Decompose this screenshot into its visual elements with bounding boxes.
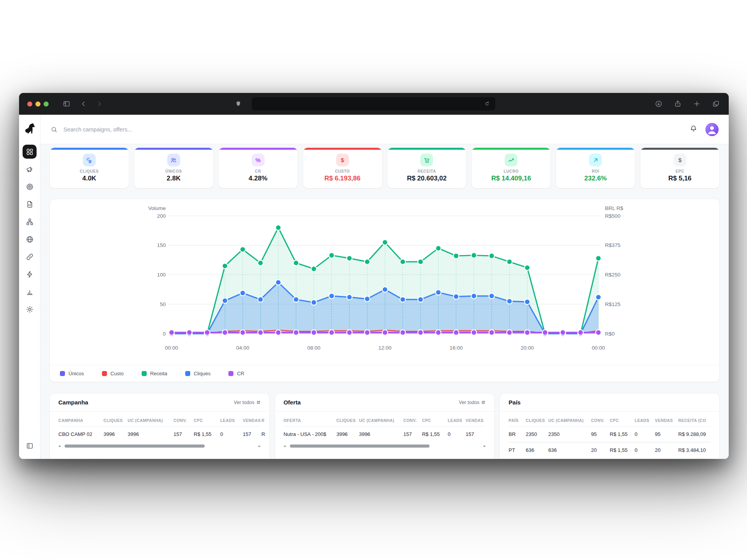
table-cell: R$ 1,55 <box>422 427 448 442</box>
sidebar-item-settings[interactable] <box>23 302 37 316</box>
sidebar-item-pages[interactable] <box>23 197 37 211</box>
table-cell: 636 <box>548 443 591 458</box>
downloads-icon[interactable] <box>654 100 663 108</box>
sidebar-item-dashboard[interactable] <box>23 145 37 159</box>
kpi-label: ÚNICOS <box>134 169 213 173</box>
svg-text:Volume: Volume <box>148 205 166 211</box>
horizontal-scrollbar[interactable]: ◂▸ <box>58 443 261 449</box>
sitemap-icon <box>26 218 34 226</box>
table-card-pas: PaísPAÍSCLIQUESUC (CAMPANHA)CONV.CPCLEAD… <box>500 394 719 459</box>
horizontal-scrollbar[interactable]: ◂▸ <box>284 443 486 449</box>
browser-sidebar-toggle-icon[interactable] <box>62 100 71 108</box>
table-cell: 20 <box>655 443 678 458</box>
svg-text:08:00: 08:00 <box>307 345 321 351</box>
table-cell: 157 <box>243 427 261 442</box>
minimize-window-button[interactable] <box>35 102 40 107</box>
shield-icon[interactable] <box>234 100 242 108</box>
kpi-card-epc: $EPCR$ 5,16 <box>640 148 719 188</box>
dollar-icon: $ <box>336 154 349 166</box>
table-cell: Nutra - USA - 200$ <box>284 427 337 442</box>
legend-item-nicos[interactable]: Únicos <box>60 371 84 376</box>
kpi-card-roi: ROI232.6% <box>556 148 635 188</box>
kpi-accent-bar <box>134 148 213 150</box>
sidebar-item-reports[interactable] <box>23 285 37 299</box>
file-code-icon <box>26 200 34 208</box>
kpi-accent-bar <box>303 148 382 150</box>
user-avatar[interactable] <box>705 123 719 136</box>
column-header: CONV. <box>591 413 610 426</box>
megaphone-icon <box>26 165 34 173</box>
legend-item-cr[interactable]: CR <box>228 371 244 376</box>
sidebar-collapse-icon[interactable] <box>23 439 37 453</box>
kpi-label: EPC <box>640 169 719 173</box>
table-cell: R$ 3.484,10 <box>678 443 719 458</box>
search-input[interactable] <box>63 126 226 133</box>
kpi-label: CLIQUES <box>50 169 129 173</box>
close-window-button[interactable] <box>27 102 32 107</box>
column-header: CONV. <box>174 413 194 426</box>
legend-item-cliques[interactable]: Cliques <box>185 371 210 376</box>
tab-overview-icon[interactable] <box>712 100 720 108</box>
scrollbar-track[interactable] <box>62 444 257 448</box>
column-header: CAMPANHA <box>58 413 103 426</box>
scrollbar-thumb[interactable] <box>65 444 205 448</box>
sidebar-item-flows[interactable] <box>23 215 37 229</box>
dog-logo-icon[interactable] <box>23 121 36 135</box>
kpi-value: R$ 20.603,02 <box>388 175 466 182</box>
kpi-label: CUSTO <box>303 169 382 173</box>
gear-icon <box>26 305 34 313</box>
table-cell: 3996 <box>337 427 359 442</box>
column-header: RECEITA (CO <box>678 413 719 426</box>
legend-item-custo[interactable]: Custo <box>102 371 124 376</box>
scroll-right-icon[interactable]: ▸ <box>484 444 486 448</box>
ver-todos-link[interactable]: Ver todos <box>234 400 261 405</box>
notifications-bell-icon[interactable] <box>689 124 698 134</box>
kpi-card-receita: RECEITAR$ 20.603,02 <box>388 148 466 188</box>
sidebar-item-automations[interactable] <box>23 267 37 281</box>
bar-chart-icon <box>26 288 34 296</box>
dashboard-icon <box>26 148 34 156</box>
legend-label: Cliques <box>194 371 210 376</box>
zap-icon <box>26 270 34 278</box>
scroll-left-icon[interactable]: ◂ <box>284 444 286 448</box>
svg-text:R$0: R$0 <box>605 331 615 337</box>
zoom-window-button[interactable] <box>44 102 49 107</box>
share-icon[interactable] <box>673 100 682 108</box>
global-search[interactable] <box>51 126 689 133</box>
table-cell: R$ 1,55 <box>610 427 635 442</box>
forward-icon[interactable] <box>95 100 103 108</box>
scrollbar-thumb[interactable] <box>290 444 430 448</box>
new-tab-icon[interactable] <box>693 100 701 108</box>
reload-icon[interactable] <box>483 100 491 108</box>
back-icon[interactable] <box>79 100 88 108</box>
kpi-label: CR <box>219 169 298 173</box>
table-row: PT63663620R$ 1,55020R$ 3.484,10 <box>509 442 711 458</box>
address-bar[interactable] <box>252 97 495 110</box>
kpi-accent-bar <box>388 148 466 150</box>
scroll-right-icon[interactable]: ▸ <box>259 444 261 448</box>
table-cell: 0 <box>448 427 466 442</box>
table-cell: 157 <box>174 427 194 442</box>
table-header-row: PAÍSCLIQUESUC (CAMPANHA)CONV.CPCLEADSVEN… <box>509 413 711 426</box>
column-header: VENDAS <box>243 413 261 426</box>
legend-item-receita[interactable]: Receita <box>142 371 167 376</box>
sidebar-item-links[interactable] <box>23 250 37 264</box>
scrollbar-track[interactable] <box>288 444 482 448</box>
table-cell: 3996 <box>359 427 403 442</box>
ver-todos-link[interactable]: Ver todos <box>459 400 486 405</box>
column-header: LEADS <box>220 413 243 426</box>
legend-swatch <box>142 371 147 376</box>
sidebar-item-domains[interactable] <box>23 232 37 246</box>
sidebar-item-offers[interactable] <box>23 180 37 194</box>
percent-icon: % <box>252 154 265 166</box>
browser-window: CLIQUES4.0KÚNICOS2.8K%CR4.28%$CUSTOR$ 6.… <box>19 93 729 459</box>
scroll-left-icon[interactable]: ◂ <box>58 444 60 448</box>
kpi-card-cr: %CR4.28% <box>219 148 298 188</box>
table-row: CBO CAMP 0239963996157R$ 1,550157R <box>58 426 261 442</box>
svg-text:16:00: 16:00 <box>449 345 463 351</box>
table-cell: CBO CAMP 02 <box>58 427 103 442</box>
sidebar-item-campaigns[interactable] <box>23 162 37 176</box>
app-header <box>40 115 729 144</box>
table-cell: R$ 9.288,09 <box>678 427 719 442</box>
kpi-accent-bar <box>472 148 551 150</box>
